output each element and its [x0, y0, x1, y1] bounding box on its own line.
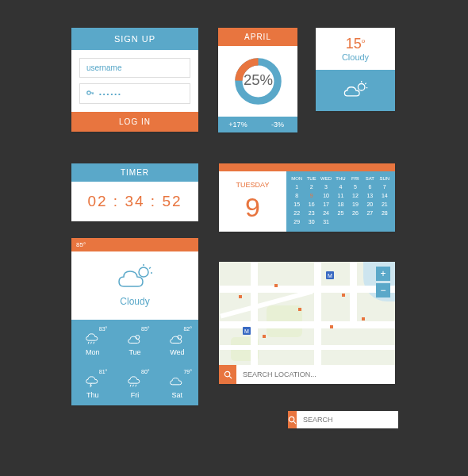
forecast-day: Tue [129, 348, 140, 356]
calendar-day-cell[interactable]: 16 [304, 201, 318, 208]
zoom-out-button[interactable]: − [376, 283, 390, 298]
svg-line-17 [132, 385, 133, 387]
calendar-dow-cell: MON [290, 176, 304, 181]
username-placeholder: username [86, 63, 121, 72]
forecast-cell[interactable]: 80°Fri [113, 363, 155, 405]
calendar-dow: MONTUEWEDTHUFRISATSUN [290, 176, 392, 181]
calendar-day-cell[interactable]: 28 [378, 209, 392, 217]
calendar-day-cell[interactable]: 19 [348, 201, 363, 208]
timer-title: TIMER [71, 163, 198, 182]
metro-icon: M [243, 327, 251, 335]
forecast-cell[interactable]: 83°Mon [71, 320, 113, 363]
login-button[interactable]: LOG IN [71, 112, 198, 132]
map-area[interactable]: M M + − [219, 262, 395, 365]
weather-big-main: Cloudy [71, 251, 198, 320]
calendar-day-cell[interactable]: 3 [319, 183, 333, 190]
calendar-dow-cell: SAT [363, 176, 377, 181]
svg-line-9 [149, 267, 151, 269]
svg-point-3 [358, 84, 365, 91]
forecast-cell[interactable]: 82°Wed [156, 320, 198, 363]
forecast-day: Fri [131, 391, 140, 399]
forecast-day: Mon [86, 348, 100, 356]
username-field[interactable]: username [79, 58, 190, 78]
weather-big-card: 85° Cloudy 83°Mon85°Tue82°Wed81°Thu80°Fr… [71, 238, 198, 405]
forecast-day: Thu [86, 391, 99, 399]
calendar-day-cell[interactable]: 6 [363, 183, 377, 190]
calendar-day-cell[interactable]: 14 [378, 192, 392, 199]
calendar-day-cell[interactable]: 31 [319, 218, 333, 225]
calendar-day-cell[interactable]: 11 [333, 192, 347, 199]
calendar-day-cell[interactable]: 10 [319, 192, 333, 199]
calendar-day-cell[interactable]: 7 [378, 183, 392, 190]
calendar-day-cell[interactable]: 25 [333, 209, 347, 217]
password-dots: •••••• [99, 90, 122, 98]
calendar-dow-cell: THU [333, 176, 347, 181]
calendar-dow-cell: WED [319, 176, 333, 181]
forecast-temp: 85° [141, 326, 150, 332]
calendar-day-cell[interactable]: 9 [304, 192, 318, 199]
calendar-day-cell[interactable]: 1 [290, 183, 304, 190]
password-field[interactable]: •••••• [79, 83, 190, 104]
search-icon-button[interactable] [288, 411, 297, 428]
search-icon-button[interactable] [219, 365, 236, 384]
calendar-day-cell[interactable]: 8 [290, 192, 304, 199]
forecast-temp: 81° [99, 369, 108, 374]
signup-card: SIGN UP username •••••• LOG IN [71, 28, 198, 132]
calendar-day-cell[interactable]: 29 [290, 218, 304, 225]
map-search-input[interactable] [236, 365, 395, 384]
signup-title: SIGN UP [71, 28, 198, 50]
zoom-in-button[interactable]: + [376, 267, 390, 281]
calendar-day-cell[interactable]: 22 [290, 209, 304, 217]
calendar-day-cell[interactable]: 2 [304, 183, 318, 190]
donut-percent: 25% [243, 71, 272, 88]
calendar-day-cell[interactable]: 21 [378, 201, 392, 208]
calendar-day-cell[interactable]: 26 [348, 209, 363, 217]
forecast-temp: 83° [99, 326, 108, 332]
calendar-daynum: 9 [245, 192, 260, 223]
calendar-big-day: TUESDAY 9 [219, 171, 286, 232]
svg-point-7 [139, 267, 148, 277]
calendar-rows: 1234567891011121314151617181920212223242… [290, 183, 392, 225]
calendar-day-cell [378, 218, 392, 225]
calendar-day-cell[interactable]: 17 [319, 201, 333, 208]
forecast-cell[interactable]: 85°Tue [113, 320, 155, 363]
calendar-day-cell[interactable]: 20 [363, 201, 377, 208]
search-icon [224, 370, 232, 379]
weather-small-icon-area [316, 70, 395, 111]
donut-body: 25% [218, 46, 297, 117]
search-bar [288, 411, 395, 428]
calendar-grid: MONTUEWEDTHUFRISATSUN 123456789101112131… [286, 171, 395, 232]
calendar-dayname: TUESDAY [236, 181, 270, 189]
forecast-temp: 79° [183, 369, 192, 374]
calendar-day-cell[interactable]: 12 [348, 192, 363, 199]
donut-month: APRIL [218, 28, 297, 46]
calendar-day-cell[interactable]: 4 [333, 183, 347, 190]
weather-small-condition: Cloudy [316, 52, 395, 62]
svg-point-0 [87, 91, 90, 94]
calendar-day-cell[interactable]: 23 [304, 209, 318, 217]
calendar-dow-cell: SUN [378, 176, 392, 181]
calendar-day-cell[interactable]: 13 [363, 192, 377, 199]
svg-line-22 [293, 421, 296, 424]
calendar-day-cell[interactable]: 5 [348, 183, 363, 190]
calendar-day-cell[interactable]: 24 [319, 209, 333, 217]
calendar-day-cell[interactable]: 18 [333, 201, 347, 208]
forecast-day: Wed [170, 348, 184, 356]
forecast-day: Sat [172, 391, 183, 399]
svg-line-20 [229, 376, 232, 378]
forecast-grid: 83°Mon85°Tue82°Wed81°Thu80°Fri79°Sat [71, 320, 198, 405]
calendar-dow-cell: FRI [348, 176, 363, 181]
calendar-day-cell[interactable]: 15 [290, 201, 304, 208]
svg-point-21 [289, 416, 293, 421]
weather-small-card: 15o Cloudy [316, 28, 395, 111]
metro-icon: M [326, 271, 334, 279]
svg-line-18 [136, 385, 136, 387]
forecast-cell[interactable]: 79°Sat [156, 363, 198, 405]
search-input[interactable] [297, 411, 398, 428]
calendar-day-cell[interactable]: 30 [304, 218, 318, 225]
svg-line-16 [130, 385, 131, 387]
calendar-day-cell[interactable]: 27 [363, 209, 377, 217]
search-icon [288, 416, 297, 424]
svg-line-11 [88, 342, 89, 344]
forecast-cell[interactable]: 81°Thu [71, 363, 113, 405]
